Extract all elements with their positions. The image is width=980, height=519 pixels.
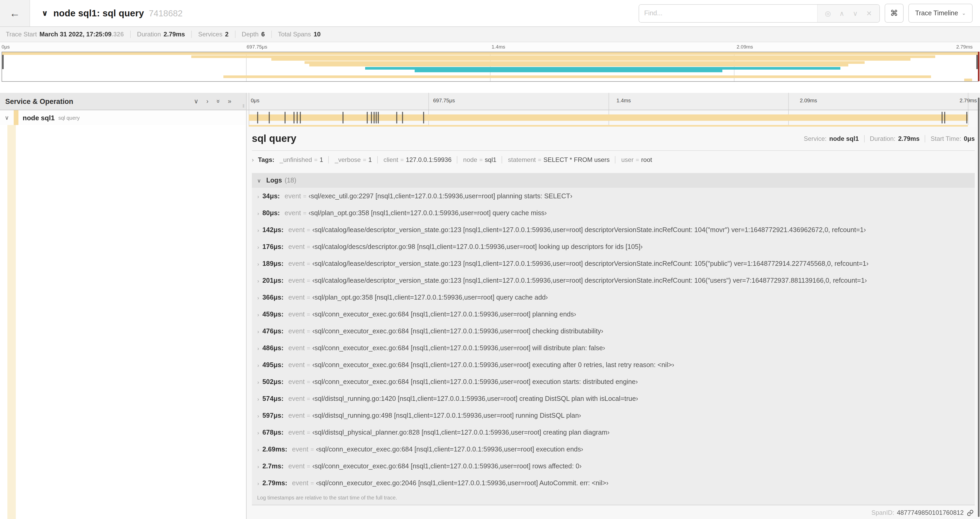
span-collapse-chevron-icon[interactable]: ∨: [0, 114, 14, 121]
span-duration-bar[interactable]: [249, 115, 968, 121]
log-marker[interactable]: [257, 112, 258, 123]
log-field-value: ‹sql/catalog/lease/descriptor_version_st…: [312, 226, 866, 234]
minimap-tick-4: 2.79ms: [956, 44, 973, 50]
view-selector-button[interactable]: Trace Timeline ⌄: [908, 4, 973, 23]
back-arrow-icon: ←: [10, 7, 20, 19]
log-row[interactable]: ›495μs:event=‹sql/conn_executor_exec.go:…: [254, 356, 975, 374]
log-field-key: event: [288, 294, 304, 301]
log-field-equals: =: [307, 278, 310, 284]
log-marker[interactable]: [293, 112, 294, 123]
locate-icon[interactable]: ◎: [825, 9, 831, 17]
log-row[interactable]: ›574μs:event=‹sql/distsql_running.go:142…: [254, 390, 975, 407]
timeline-gridline: [788, 93, 789, 110]
service-operation-title: Service & Operation: [5, 97, 73, 105]
log-marker[interactable]: [269, 112, 270, 123]
log-row[interactable]: ›34μs:event=‹sql/exec_util.go:2297 [nsql…: [254, 188, 975, 204]
log-row[interactable]: ›142μs:event=‹sql/catalog/lease/descript…: [254, 222, 975, 238]
trace-collapse-chevron-icon[interactable]: ∨: [41, 8, 48, 18]
span-color-bar: [14, 110, 18, 125]
logs-list: ›34μs:event=‹sql/exec_util.go:2297 [nsql…: [252, 188, 975, 492]
prev-result-icon[interactable]: ∧: [839, 9, 844, 17]
log-row[interactable]: ›459μs:event=‹sql/conn_executor_exec.go:…: [254, 306, 975, 323]
chevron-right-icon: ›: [254, 345, 262, 351]
chevron-right-icon: ›: [254, 396, 262, 402]
log-marker[interactable]: [377, 112, 379, 123]
minimap-span: [271, 58, 910, 61]
log-row[interactable]: ›486μs:event=‹sql/conn_executor_exec.go:…: [254, 340, 975, 356]
log-row[interactable]: ›597μs:event=‹sql/distsql_running.go:498…: [254, 407, 975, 424]
timeline-column: 0μs 697.75μs 1.4ms 2.09ms 2.79ms sql que…: [247, 93, 980, 519]
log-field-equals: =: [307, 244, 310, 250]
log-marker[interactable]: [285, 112, 286, 123]
log-row[interactable]: ›189μs:event=‹sql/catalog/lease/descript…: [254, 255, 975, 272]
span-row-track[interactable]: [247, 110, 980, 125]
trace-total-spans: Total Spans 10: [271, 30, 321, 38]
log-timestamp: 597μs:: [262, 412, 283, 419]
log-row[interactable]: ›2.7ms:event=‹sql/conn_executor_exec.go:…: [254, 458, 975, 475]
collapse-one-icon[interactable]: ∨: [194, 97, 199, 105]
column-resizer-handle[interactable]: ‖: [243, 103, 245, 109]
collapse-all-icon[interactable]: »: [215, 99, 222, 103]
chevron-right-icon: ›: [254, 447, 262, 452]
log-row[interactable]: ›678μs:event=‹sql/distsql_physical_plann…: [254, 424, 975, 441]
log-marker[interactable]: [402, 112, 403, 123]
log-marker[interactable]: [371, 112, 372, 123]
log-field-key: event: [285, 209, 301, 217]
tags-accordion[interactable]: › Tags: _unfinished=1 _verbose=1 client=…: [252, 151, 975, 169]
log-field-value: ‹sql/catalog/descs/descriptor.go:98 [nsq…: [312, 243, 643, 251]
log-row[interactable]: ›201μs:event=‹sql/catalog/lease/descript…: [254, 272, 975, 289]
expand-one-icon[interactable]: ›: [206, 97, 208, 105]
log-timestamp: 678μs:: [262, 429, 283, 436]
log-marker[interactable]: [342, 112, 344, 123]
log-marker[interactable]: [944, 112, 945, 123]
log-marker[interactable]: [300, 112, 301, 123]
log-timestamp: 459μs:: [262, 311, 283, 318]
log-field-equals: =: [307, 412, 310, 419]
log-row[interactable]: ›176μs:event=‹sql/catalog/descs/descript…: [254, 238, 975, 255]
log-row[interactable]: ›2.79ms:event=‹sql/conn_executor_exec.go…: [254, 475, 975, 492]
log-row[interactable]: ›2.69ms:event=‹sql/conn_executor_exec.go…: [254, 441, 975, 458]
log-field-value: ‹sql/distsql_running.go:1420 [nsql1,clie…: [312, 395, 638, 402]
log-marker[interactable]: [366, 112, 368, 123]
logs-header[interactable]: ∨ Logs (18): [252, 173, 975, 188]
next-result-icon[interactable]: ∨: [853, 9, 858, 17]
timeline-axis-header: 0μs 697.75μs 1.4ms 2.09ms 2.79ms: [247, 93, 980, 110]
log-timestamp: 495μs:: [262, 361, 283, 369]
log-field-key: event: [288, 463, 304, 470]
log-marker[interactable]: [942, 112, 943, 123]
log-row[interactable]: ›80μs:event=‹sql/plan_opt.go:358 [nsql1,…: [254, 204, 975, 222]
span-row-label[interactable]: ∨ node sql1 sql query: [0, 110, 246, 125]
tag-item: _verbose=1: [329, 156, 372, 163]
log-row[interactable]: ›476μs:event=‹sql/conn_executor_exec.go:…: [254, 323, 975, 340]
minimap-span: [2, 52, 978, 55]
vertical-scrollbar[interactable]: [978, 97, 980, 517]
clear-search-icon[interactable]: ✕: [866, 9, 872, 17]
trace-minimap[interactable]: 0μs 697.75μs 1.4ms 2.09ms 2.79ms: [0, 42, 980, 82]
expand-all-icon[interactable]: »: [228, 97, 231, 105]
log-marker[interactable]: [375, 112, 377, 123]
find-input[interactable]: [639, 5, 817, 22]
log-row[interactable]: ›502μs:event=‹sql/conn_executor_exec.go:…: [254, 374, 975, 390]
timeline-main: Service & Operation ∨ › » » ‖ ∨ node sql…: [0, 93, 980, 519]
log-field-equals: =: [307, 396, 310, 402]
minimap-canvas[interactable]: [2, 52, 978, 82]
back-button[interactable]: ←: [0, 0, 30, 26]
span-service-name: node sql1: [23, 114, 54, 121]
link-icon[interactable]: [967, 509, 974, 516]
log-timestamp: 2.79ms:: [262, 479, 287, 487]
log-marker[interactable]: [297, 112, 298, 123]
log-marker[interactable]: [396, 112, 397, 123]
log-marker[interactable]: [966, 112, 967, 123]
timeline-tick-2: 1.4ms: [616, 97, 631, 103]
keyboard-shortcuts-button[interactable]: ⌘: [885, 4, 904, 23]
log-field-equals: =: [307, 379, 310, 385]
tag-item: node=sql1: [457, 156, 496, 163]
timeline-tick-3: 2.09ms: [800, 97, 817, 103]
log-row[interactable]: ›366μs:event=‹sql/plan_opt.go:358 [nsql1…: [254, 289, 975, 306]
detail-service: Service: node sql1: [804, 135, 859, 142]
minimap-span: [191, 55, 935, 58]
log-marker[interactable]: [374, 112, 375, 123]
minimap-span: [310, 64, 848, 67]
view-selector-label: Trace Timeline: [915, 10, 958, 17]
log-marker[interactable]: [423, 112, 424, 123]
